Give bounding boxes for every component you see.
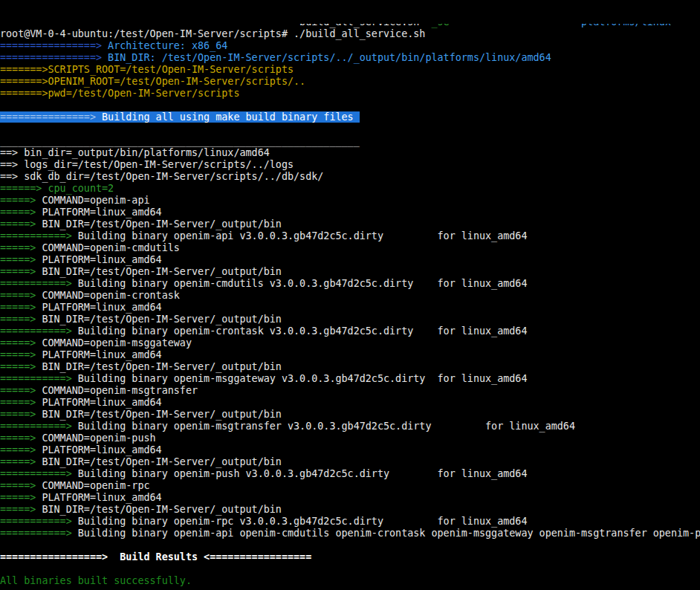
text-segment: BIN_DIR=/test/Open-IM-Server/_output/bin: [36, 504, 282, 515]
blank-line: [0, 539, 700, 551]
text-segment: =======>OPENIM_ROOT=/test/Open-IM-Server…: [0, 76, 305, 87]
text-segment: build_all_service.sh: [299, 24, 419, 27]
platform-line: =====> PLATFORM=linux_amd64: [0, 444, 700, 456]
arrow-prefix: =====>: [0, 254, 36, 265]
text-segment: ==> sdk_db_dir=/test/Open-IM-Server/scri…: [0, 171, 323, 182]
text-segment: COMMAND=openim-rpc: [36, 480, 149, 491]
text-segment: Building binary openim-push v3.0.0.3.gb4…: [72, 468, 528, 479]
text-segment: COMMAND=openim-api: [36, 195, 149, 206]
bin-dir-line: =====> BIN_DIR=/test/Open-IM-Server/_out…: [0, 266, 700, 278]
blank-line: [0, 587, 700, 590]
building-binary-line: ===========> Building binary openim-api …: [0, 230, 700, 242]
bin-dir-info-line: ================> BIN_DIR: /test/Open-IM…: [0, 52, 700, 64]
text-segment: Architecture: x86_64: [102, 40, 227, 51]
text-segment: Building binary openim-msgtransfer v3.0.…: [72, 421, 575, 432]
text-segment: PLATFORM=linux_amd64: [36, 492, 161, 503]
text-segment: ==> logs_dir=/test/Open-IM-Server/script…: [0, 159, 294, 170]
building-binary-line: ===========> Building binary openim-cron…: [0, 325, 700, 337]
building-binary-line: ===========> Building binary openim-rpc …: [0, 516, 700, 528]
command-line: =====> COMMAND=openim-rpc: [0, 480, 700, 492]
text-segment: COMMAND=openim-cmdutils: [36, 242, 179, 253]
text-segment: BIN_DIR=/test/Open-IM-Server/_output/bin: [36, 314, 282, 325]
arrow-prefix: =====>: [0, 207, 36, 218]
underscore-separator: ________________________________________…: [0, 135, 700, 147]
text-segment: BIN_DIR: /test/Open-IM-Server/scripts/..…: [102, 52, 551, 63]
text-segment: BIN_DIR=/test/Open-IM-Server/_output/bin: [36, 409, 282, 420]
text-segment: _se: [431, 24, 449, 27]
build-results-header: =================> Build Results <======…: [0, 551, 700, 563]
arrow-prefix: =====>: [0, 218, 36, 230]
bin-dir-line: =====> BIN_DIR=/test/Open-IM-Server/_out…: [0, 504, 700, 516]
text-segment: All binaries built successfully.: [0, 575, 192, 586]
arrow-prefix: =====>: [0, 444, 36, 456]
arrow-prefix: =====>: [0, 314, 36, 325]
text-segment: ________________________________________…: [0, 135, 360, 146]
cpu-count-line: ======> cpu_count=2: [0, 183, 700, 195]
arrow-prefix: =====>: [0, 361, 36, 372]
architecture-line: ================> Architecture: x86_64: [0, 40, 700, 52]
terminal-window[interactable]: build_all_service.sh _se platforms/linux…: [0, 0, 700, 590]
text-segment: [450, 24, 581, 27]
platform-line: =====> PLATFORM=linux_amd64: [0, 207, 700, 218]
terminal-output: build_all_service.sh _se platforms/linux…: [0, 24, 700, 590]
text-segment: COMMAND=openim-push: [36, 432, 155, 444]
openim-root-line: =======>OPENIM_ROOT=/test/Open-IM-Server…: [0, 76, 700, 88]
arrow-prefix: =====>: [0, 432, 36, 444]
arrow-prefix: ================>: [0, 52, 102, 63]
text-segment: BIN_DIR=/test/Open-IM-Server/_output/bin: [36, 266, 282, 277]
arrow-prefix: ===========>: [0, 230, 72, 241]
text-segment: [419, 24, 431, 27]
bin-dir-var-line: ==> bin_dir=_output/bin/platforms/linux/…: [0, 147, 700, 159]
blank-line: [0, 123, 700, 135]
text-segment: [0, 24, 299, 27]
arrow-prefix: =====>: [0, 242, 36, 253]
arrow-prefix: =====>: [0, 480, 36, 491]
text-segment: ======> cpu_count=2: [0, 183, 114, 194]
text-segment: =======>pwd=/test/Open-IM-Server/scripts: [0, 88, 239, 99]
arrow-prefix: ===========>: [0, 468, 72, 479]
platform-line: =====> PLATFORM=linux_amd64: [0, 397, 700, 409]
command-line: =====> COMMAND=openim-msggateway: [0, 337, 700, 349]
clipped-text-wrapper: build_all_service.sh _se platforms/linux: [0, 24, 700, 28]
bin-dir-line: =====> BIN_DIR=/test/Open-IM-Server/_out…: [0, 361, 700, 373]
building-binary-line: ===========> Building binary openim-push…: [0, 468, 700, 480]
shell-prompt-line: root@VM-0-4-ubuntu:/test/Open-IM-Server/…: [0, 28, 700, 40]
text-segment: COMMAND=openim-msggateway: [36, 337, 192, 349]
arrow-prefix: =====>: [0, 266, 36, 277]
text-segment: Building binary openim-api v3.0.0.3.gb47…: [72, 230, 528, 241]
text-segment: Building binary openim-rpc v3.0.0.3.gb47…: [72, 516, 528, 527]
arrow-prefix: ===========>: [0, 278, 72, 289]
text-segment: Building binary openim-crontask v3.0.0.3…: [72, 325, 528, 337]
command-line: =====> COMMAND=openim-push: [0, 432, 700, 444]
arrow-prefix: =====>: [0, 385, 36, 396]
text-segment: Building binary openim-api openim-cmduti…: [72, 528, 700, 539]
arrow-prefix: =====>: [0, 349, 36, 360]
arrow-prefix: =====>: [0, 397, 36, 408]
building-all-binaries-line: ===========> Building binary openim-api …: [0, 528, 700, 539]
pwd-line: =======>pwd=/test/Open-IM-Server/scripts: [0, 88, 700, 100]
text-segment: BIN_DIR=/test/Open-IM-Server/_output/bin: [36, 218, 282, 230]
text-segment: PLATFORM=linux_amd64: [36, 444, 161, 456]
platform-line: =====> PLATFORM=linux_amd64: [0, 492, 700, 504]
text-segment: PLATFORM=linux_amd64: [36, 397, 161, 408]
arrow-prefix: ================>: [0, 40, 102, 51]
text-segment: PLATFORM=linux_amd64: [36, 207, 161, 218]
building-binary-line: ===========> Building binary openim-msgt…: [0, 421, 700, 432]
platform-line: =====> PLATFORM=linux_amd64: [0, 254, 700, 266]
arrow-prefix: ===========>: [0, 528, 72, 539]
arrow-prefix: =====>: [0, 337, 36, 349]
building-binary-line: ===========> Building binary openim-cmdu…: [0, 278, 700, 290]
arrow-prefix: =====>: [0, 302, 36, 313]
arrow-prefix: ===========>: [0, 516, 72, 527]
text-segment: Building binary openim-cmdutils v3.0.0.3…: [72, 278, 528, 289]
text-segment: PLATFORM=linux_amd64: [36, 302, 161, 313]
arrow-prefix: ===========>: [0, 421, 72, 432]
arrow-prefix: =====>: [0, 290, 36, 301]
bin-dir-line: =====> BIN_DIR=/test/Open-IM-Server/_out…: [0, 409, 700, 421]
building-binary-line: ===========> Building binary openim-msgg…: [0, 373, 700, 385]
sdk-db-dir-var-line: ==> sdk_db_dir=/test/Open-IM-Server/scri…: [0, 171, 700, 183]
text-segment: BIN_DIR=/test/Open-IM-Server/_output/bin: [36, 361, 282, 372]
logs-dir-var-line: ==> logs_dir=/test/Open-IM-Server/script…: [0, 159, 700, 171]
text-segment: Building binary openim-msggateway v3.0.0…: [72, 373, 528, 384]
text-segment: COMMAND=openim-msgtransfer: [36, 385, 198, 396]
